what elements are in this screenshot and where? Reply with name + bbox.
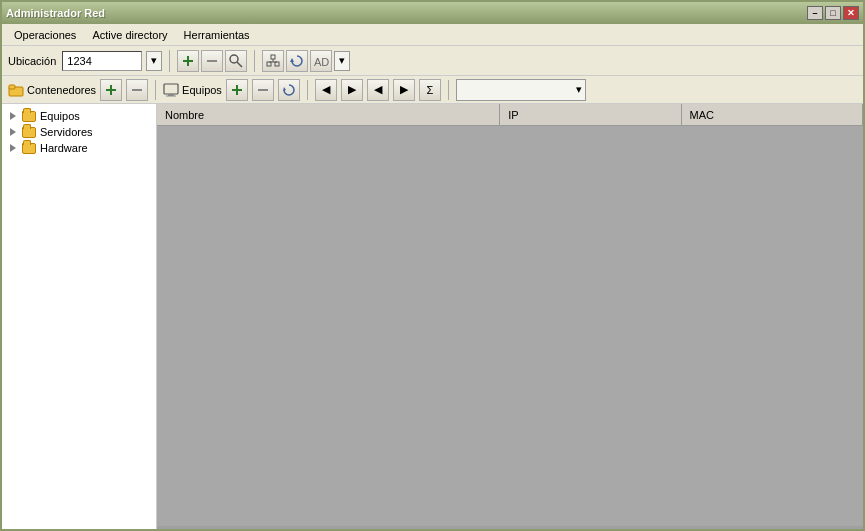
contenedores-tab: Contenedores bbox=[8, 83, 96, 97]
svg-line-4 bbox=[237, 62, 242, 67]
svg-rect-18 bbox=[164, 84, 178, 94]
add-equipo-btn[interactable] bbox=[226, 79, 248, 101]
toolbar2: Contenedores Equipos bbox=[2, 76, 863, 104]
plus-icon3 bbox=[232, 85, 242, 95]
remove-equipo-btn[interactable] bbox=[252, 79, 274, 101]
nav-next-btn[interactable]: ▶ bbox=[341, 79, 363, 101]
table-header: Nombre IP MAC bbox=[157, 104, 863, 126]
main-window: Administrador Red – □ ✕ Operaciones Acti… bbox=[0, 0, 865, 531]
svg-rect-23 bbox=[258, 89, 268, 91]
config-icon: AD bbox=[313, 54, 329, 68]
maximize-button[interactable]: □ bbox=[825, 6, 841, 20]
nav-next2-btn[interactable]: ▶ bbox=[393, 79, 415, 101]
col-header-ip[interactable]: IP bbox=[500, 104, 681, 125]
filter-dropdown[interactable]: ▾ bbox=[456, 79, 586, 101]
ubicacion-input[interactable] bbox=[62, 51, 142, 71]
minus-icon bbox=[206, 55, 218, 67]
ubicacion-dropdown[interactable]: ▾ bbox=[146, 51, 162, 71]
network-icon bbox=[265, 54, 281, 68]
menu-active-directory[interactable]: Active directory bbox=[84, 27, 175, 43]
monitor-icon bbox=[163, 83, 179, 97]
tree-label-servidores: Servidores bbox=[40, 126, 93, 138]
plus-icon2 bbox=[106, 85, 116, 95]
add-contenedor-btn[interactable] bbox=[100, 79, 122, 101]
svg-text:AD: AD bbox=[314, 56, 329, 68]
svg-rect-14 bbox=[9, 85, 15, 89]
arrow-icon3 bbox=[10, 144, 16, 152]
contenedores-label: Contenedores bbox=[27, 84, 96, 96]
close-button[interactable]: ✕ bbox=[843, 6, 859, 20]
title-bar-controls: – □ ✕ bbox=[807, 6, 859, 20]
svg-rect-2 bbox=[207, 60, 217, 62]
menu-herramientas[interactable]: Herramientas bbox=[176, 27, 258, 43]
sep2 bbox=[254, 50, 255, 72]
sep3 bbox=[155, 80, 156, 100]
equipos-tab: Equipos bbox=[163, 83, 222, 97]
title-bar: Administrador Red – □ ✕ bbox=[2, 2, 863, 24]
svg-rect-5 bbox=[267, 62, 271, 66]
col-header-nombre[interactable]: Nombre bbox=[157, 104, 500, 125]
sep4 bbox=[307, 80, 308, 100]
location-buttons bbox=[177, 50, 247, 72]
tree-item-hardware[interactable]: Hardware bbox=[6, 140, 152, 156]
tree-label-hardware: Hardware bbox=[40, 142, 88, 154]
sep1 bbox=[169, 50, 170, 72]
config-btn[interactable]: AD bbox=[310, 50, 332, 72]
refresh-btn[interactable] bbox=[286, 50, 308, 72]
remove-location-button[interactable] bbox=[201, 50, 223, 72]
menu-operaciones[interactable]: Operaciones bbox=[6, 27, 84, 43]
folder-icon bbox=[8, 83, 24, 97]
minus-icon2 bbox=[132, 85, 142, 95]
refresh-equipo-btn[interactable] bbox=[278, 79, 300, 101]
window-title: Administrador Red bbox=[6, 7, 105, 19]
left-panel: Equipos Servidores Hardware bbox=[2, 104, 157, 529]
nav-prev2-btn[interactable]: ◀ bbox=[367, 79, 389, 101]
table-body bbox=[157, 126, 863, 526]
arrow-icon bbox=[10, 112, 16, 120]
svg-rect-22 bbox=[232, 89, 242, 91]
svg-point-3 bbox=[230, 55, 238, 63]
minimize-button[interactable]: – bbox=[807, 6, 823, 20]
dropdown-arrow: ▾ bbox=[576, 83, 582, 96]
right-panel: Nombre IP MAC bbox=[157, 104, 863, 529]
refresh-icon bbox=[290, 54, 304, 68]
remove-contenedor-btn[interactable] bbox=[126, 79, 148, 101]
folder-hardware-icon bbox=[22, 143, 36, 154]
search-icon bbox=[229, 54, 243, 68]
main-content: Equipos Servidores Hardware Nombre IP MA… bbox=[2, 104, 863, 529]
search-button[interactable] bbox=[225, 50, 247, 72]
arrow-icon2 bbox=[10, 128, 16, 136]
sigma-btn[interactable]: Σ bbox=[419, 79, 441, 101]
equipos-label: Equipos bbox=[182, 84, 222, 96]
col-header-mac[interactable]: MAC bbox=[682, 104, 863, 125]
tree-label-equipos: Equipos bbox=[40, 110, 80, 122]
folder-servidores-icon bbox=[22, 127, 36, 138]
svg-rect-16 bbox=[106, 89, 116, 91]
ubicacion-label: Ubicación bbox=[8, 55, 56, 67]
svg-marker-24 bbox=[283, 87, 286, 91]
add-location-button[interactable] bbox=[177, 50, 199, 72]
menu-bar: Operaciones Active directory Herramienta… bbox=[2, 24, 863, 46]
tree-item-equipos[interactable]: Equipos bbox=[6, 108, 152, 124]
plus-icon bbox=[182, 55, 194, 67]
toolbar1: Ubicación ▾ bbox=[2, 46, 863, 76]
nav-prev-btn[interactable]: ◀ bbox=[315, 79, 337, 101]
svg-marker-11 bbox=[290, 58, 294, 62]
network-btn[interactable] bbox=[262, 50, 284, 72]
minus-icon3 bbox=[258, 85, 268, 95]
tree-item-servidores[interactable]: Servidores bbox=[6, 124, 152, 140]
folder-equipos-icon bbox=[22, 111, 36, 122]
svg-rect-1 bbox=[183, 60, 193, 62]
svg-rect-7 bbox=[271, 55, 275, 59]
refresh-icon2 bbox=[283, 84, 295, 96]
sep5 bbox=[448, 80, 449, 100]
svg-rect-6 bbox=[275, 62, 279, 66]
action-dropdown[interactable]: ▾ bbox=[334, 51, 350, 71]
svg-rect-17 bbox=[132, 89, 142, 91]
action-buttons: AD ▾ bbox=[262, 50, 350, 72]
